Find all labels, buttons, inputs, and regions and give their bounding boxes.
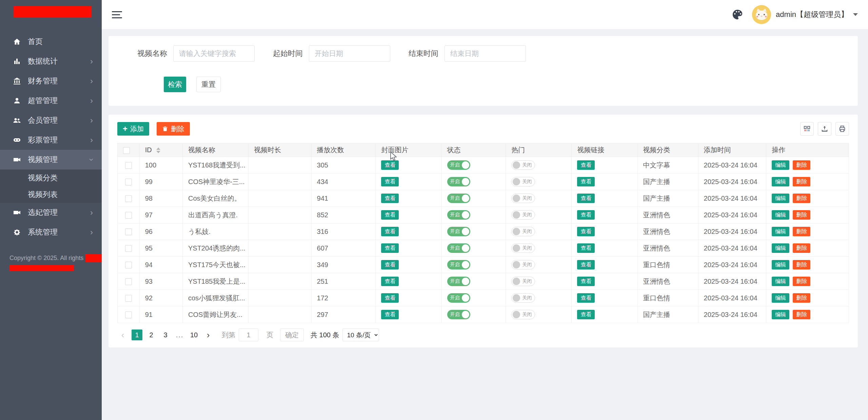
theme-palette-icon[interactable] [732,9,743,20]
edit-button[interactable]: 编辑 [772,277,789,286]
end-date-input[interactable] [445,45,526,62]
link-view-button[interactable]: 查看 [577,210,595,220]
edit-button[interactable]: 编辑 [772,227,789,236]
sidebar-item-superadmin[interactable]: 超管管理 › [0,91,102,111]
edit-button[interactable]: 编辑 [772,310,789,319]
status-toggle-on[interactable]: 开启 [447,227,470,236]
print-icon[interactable] [835,122,849,136]
cover-view-button[interactable]: 查看 [381,160,399,170]
user-menu[interactable]: admin【超级管理员】 [752,5,858,24]
row-delete-button[interactable]: 删除 [793,160,810,170]
cover-view-button[interactable]: 查看 [381,243,399,253]
link-view-button[interactable]: 查看 [577,310,595,319]
cover-view-button[interactable]: 查看 [381,277,399,286]
status-toggle-on[interactable]: 开启 [447,293,470,303]
edit-button[interactable]: 编辑 [772,160,789,170]
row-delete-button[interactable]: 删除 [793,177,810,186]
cover-view-button[interactable]: 查看 [381,310,399,319]
row-checkbox[interactable] [125,162,132,169]
link-view-button[interactable]: 查看 [577,293,595,303]
row-delete-button[interactable]: 删除 [793,310,810,319]
status-toggle-on[interactable]: 开启 [447,260,470,269]
row-checkbox[interactable] [125,212,132,219]
row-checkbox[interactable] [125,179,132,185]
sidebar-item-home[interactable]: 首页 [0,32,102,52]
hot-toggle-off[interactable]: 关闭 [511,210,535,220]
row-checkbox[interactable] [125,312,132,318]
cover-view-button[interactable]: 查看 [381,227,399,236]
link-view-button[interactable]: 查看 [577,260,595,269]
hamburger-menu-icon[interactable] [112,9,122,20]
status-toggle-on[interactable]: 开启 [447,243,470,253]
sidebar-subitem-video-category[interactable]: 视频分类 [0,169,102,186]
cover-view-button[interactable]: 查看 [381,177,399,186]
hot-toggle-off[interactable]: 关闭 [511,227,535,236]
batch-delete-button[interactable]: 删除 [157,122,190,136]
link-view-button[interactable]: 查看 [577,243,595,253]
hot-toggle-off[interactable]: 关闭 [511,177,535,186]
sidebar-item-video[interactable]: 视频管理 › [0,150,102,169]
hot-toggle-off[interactable]: 关闭 [511,293,535,303]
link-view-button[interactable]: 查看 [577,194,595,203]
hot-toggle-off[interactable]: 关闭 [511,194,535,203]
video-name-input[interactable] [173,45,255,62]
row-delete-button[interactable]: 删除 [793,277,810,286]
cover-view-button[interactable]: 查看 [381,260,399,269]
goto-confirm-button[interactable]: 确定 [280,328,304,341]
row-delete-button[interactable]: 删除 [793,293,810,303]
row-delete-button[interactable]: 删除 [793,210,810,220]
edit-button[interactable]: 编辑 [772,260,789,269]
link-view-button[interactable]: 查看 [577,177,595,186]
sidebar-item-system[interactable]: 系统管理 › [0,222,102,242]
add-button[interactable]: + 添加 [117,122,149,136]
page-button-1[interactable]: 1 [132,329,142,340]
edit-button[interactable]: 编辑 [772,293,789,303]
reset-button[interactable]: 重置 [196,77,221,92]
hot-toggle-off[interactable]: 关闭 [511,243,535,253]
edit-button[interactable]: 编辑 [772,194,789,203]
row-checkbox[interactable] [125,278,132,285]
next-page-button[interactable]: › [203,329,214,340]
edit-button[interactable]: 编辑 [772,210,789,220]
hot-toggle-off[interactable]: 关闭 [511,277,535,286]
row-delete-button[interactable]: 删除 [793,243,810,253]
hot-toggle-off[interactable]: 关闭 [511,310,535,319]
row-delete-button[interactable]: 删除 [793,260,810,269]
status-toggle-on[interactable]: 开启 [447,310,470,319]
column-header-id[interactable]: ID [139,143,182,157]
sidebar-item-statistics[interactable]: 数据统计 › [0,52,102,71]
link-view-button[interactable]: 查看 [577,277,595,286]
select-all-checkbox[interactable] [123,147,130,154]
status-toggle-on[interactable]: 开启 [447,210,470,220]
sidebar-item-members[interactable]: 会员管理 › [0,111,102,130]
prev-page-button[interactable]: ‹ [117,329,128,340]
hot-toggle-off[interactable]: 关闭 [511,160,535,170]
row-checkbox[interactable] [125,262,132,268]
status-toggle-on[interactable]: 开启 [447,160,470,170]
sort-icon[interactable] [156,147,160,153]
row-checkbox[interactable] [125,295,132,302]
row-checkbox[interactable] [125,195,132,202]
row-delete-button[interactable]: 删除 [793,227,810,236]
row-checkbox[interactable] [125,245,132,252]
hot-toggle-off[interactable]: 关闭 [511,260,535,269]
status-toggle-on[interactable]: 开启 [447,194,470,203]
page-button-3[interactable]: 3 [160,329,171,340]
link-view-button[interactable]: 查看 [577,227,595,236]
page-button-2[interactable]: 2 [146,329,157,340]
link-view-button[interactable]: 查看 [577,160,595,170]
status-toggle-on[interactable]: 开启 [447,277,470,286]
row-checkbox[interactable] [125,228,132,235]
sidebar-item-finance[interactable]: 财务管理 › [0,71,102,91]
edit-button[interactable]: 编辑 [772,243,789,253]
page-size-select[interactable]: 10 条/页 [342,328,379,341]
filter-columns-icon[interactable] [800,122,814,136]
status-toggle-on[interactable]: 开启 [447,177,470,186]
search-button[interactable]: 检索 [164,77,186,92]
cover-view-button[interactable]: 查看 [381,293,399,303]
page-button-10[interactable]: 10 [189,329,199,340]
cover-view-button[interactable]: 查看 [381,194,399,203]
edit-button[interactable]: 编辑 [772,177,789,186]
sidebar-item-lottery[interactable]: 彩票管理 › [0,130,102,150]
start-date-input[interactable] [309,45,390,62]
